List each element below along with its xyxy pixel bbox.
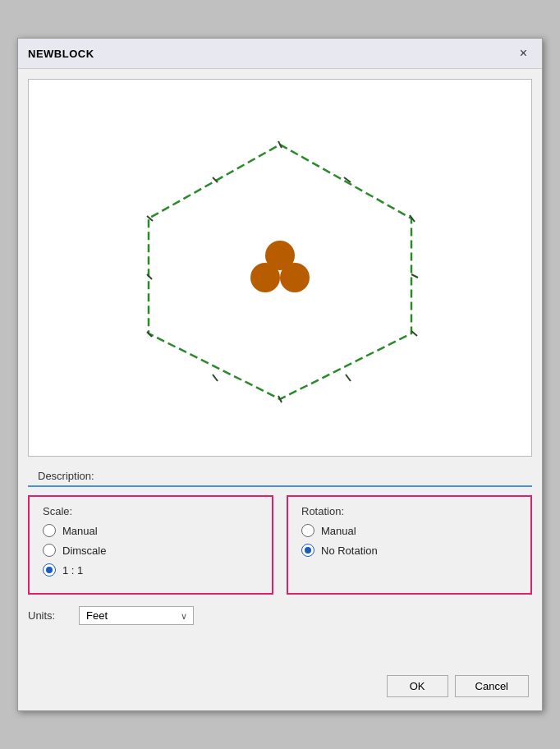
svg-line-4 [411, 274, 418, 278]
controls-row: Scale: Manual Dimscale 1 : 1 Rotation: M… [28, 495, 532, 595]
description-input[interactable] [101, 470, 522, 485]
scale-1to1-option[interactable]: 1 : 1 [43, 563, 259, 577]
ok-button[interactable]: OK [387, 675, 448, 697]
rotation-manual-radio[interactable] [301, 524, 314, 537]
scale-1to1-label: 1 : 1 [62, 564, 83, 577]
close-button[interactable]: × [515, 45, 532, 62]
scale-group-title: Scale: [43, 505, 259, 517]
dialog-window: NEWBLOCK × [17, 38, 543, 711]
scale-manual-radio[interactable] [43, 524, 56, 537]
scale-manual-option[interactable]: Manual [43, 524, 259, 537]
scale-manual-label: Manual [62, 525, 98, 537]
scale-dimscale-radio[interactable] [43, 544, 56, 557]
svg-line-6 [346, 374, 351, 381]
svg-point-14 [250, 263, 280, 292]
svg-marker-0 [149, 145, 411, 399]
svg-point-15 [280, 263, 310, 292]
units-label: Units: [28, 609, 69, 622]
scale-group: Scale: Manual Dimscale 1 : 1 [28, 495, 273, 595]
scale-1to1-radio[interactable] [43, 563, 56, 577]
bottom-row: OK Cancel [18, 665, 542, 710]
rotation-group: Rotation: Manual No Rotation [287, 495, 532, 595]
block-preview-svg [91, 95, 469, 440]
title-bar: NEWBLOCK × [18, 39, 542, 69]
rotation-none-label: No Rotation [321, 545, 378, 557]
dialog-title: NEWBLOCK [28, 48, 94, 60]
rotation-manual-option[interactable]: Manual [301, 524, 517, 537]
rotation-none-option[interactable]: No Rotation [301, 544, 517, 557]
rotation-none-radio[interactable] [301, 544, 314, 557]
units-row: Units: Inches Feet Millimeters Centimete… [28, 606, 532, 625]
svg-line-8 [213, 374, 218, 381]
units-select[interactable]: Inches Feet Millimeters Centimeters Mete… [79, 606, 194, 625]
rotation-manual-label: Manual [321, 525, 356, 537]
units-select-wrapper[interactable]: Inches Feet Millimeters Centimeters Mete… [79, 606, 194, 625]
cancel-button[interactable]: Cancel [455, 675, 529, 697]
scale-dimscale-option[interactable]: Dimscale [43, 544, 259, 557]
scale-dimscale-label: Dimscale [62, 545, 106, 557]
description-label: Description: [38, 470, 101, 485]
preview-area [28, 79, 532, 457]
rotation-group-title: Rotation: [301, 505, 517, 517]
description-row: Description: [28, 466, 532, 487]
